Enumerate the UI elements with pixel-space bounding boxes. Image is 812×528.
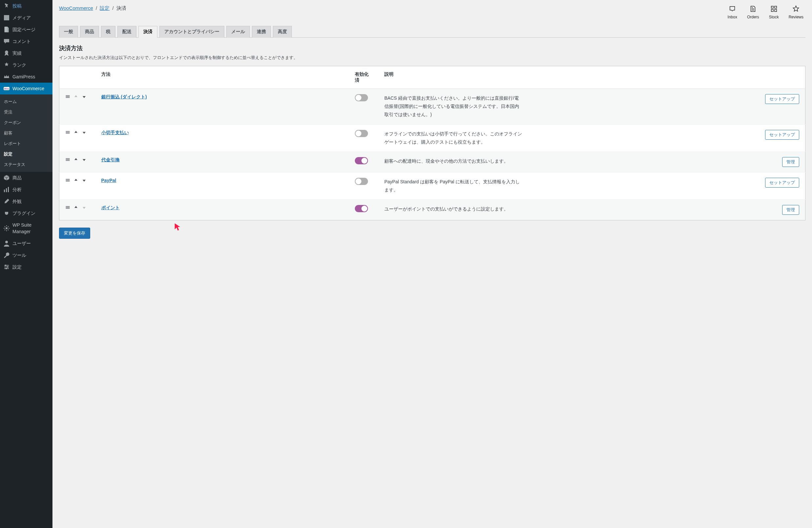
move-up-icon[interactable] bbox=[73, 157, 78, 163]
enabled-toggle-bacs[interactable] bbox=[355, 94, 368, 101]
submenu-item-settings[interactable]: 設定 bbox=[0, 149, 53, 159]
move-down-icon[interactable] bbox=[82, 157, 87, 163]
svg-point-6 bbox=[5, 227, 8, 229]
activity-label: Inbox bbox=[728, 15, 737, 19]
submenu-item-home[interactable]: ホーム bbox=[0, 97, 53, 107]
activity-label: Reviews bbox=[789, 15, 803, 19]
toggle-knob bbox=[356, 178, 361, 184]
sidebar-item-tools[interactable]: ツール bbox=[0, 249, 53, 261]
toggle-knob bbox=[361, 158, 367, 164]
sidebar-item-settings[interactable]: 設定 bbox=[0, 261, 53, 273]
move-up-icon[interactable] bbox=[73, 205, 78, 211]
payment-method-link-points[interactable]: ポイント bbox=[101, 205, 120, 210]
svg-point-10 bbox=[5, 268, 7, 269]
payment-description: ユーザーがポイントでの支払いができるように設定します。 bbox=[385, 205, 522, 213]
sidebar-item-plugins[interactable]: プラグイン bbox=[0, 207, 53, 219]
sidebar-item-gamipress[interactable]: GamiPress bbox=[0, 71, 53, 83]
payment-method-link-bacs[interactable]: 銀行振込 (ダイレクト) bbox=[101, 94, 147, 99]
sidebar-item-woocommerce[interactable]: WooWooCommerce bbox=[0, 83, 53, 94]
tab-accounts[interactable]: アカウントとプライバシー bbox=[159, 26, 224, 38]
tab-integration[interactable]: 連携 bbox=[252, 26, 271, 38]
section-description: インストールされた決済方法は以下のとおりで、フロントエンドでの表示順序を制御する… bbox=[59, 55, 806, 61]
sidebar-item-rank[interactable]: ランク bbox=[0, 59, 53, 71]
payment-description: PayPal Standard は顧客を PayPal に転送して、支払情報を入… bbox=[385, 178, 522, 194]
svg-rect-12 bbox=[774, 6, 776, 8]
submenu-item-coupons[interactable]: クーポン bbox=[0, 117, 53, 128]
svg-rect-4 bbox=[6, 188, 7, 192]
sidebar-item-pages[interactable]: 固定ページ bbox=[0, 24, 53, 35]
sidebar-item-products[interactable]: 商品 bbox=[0, 172, 53, 184]
wrench-icon bbox=[3, 252, 10, 259]
sidebar-item-achievements[interactable]: 実績 bbox=[0, 47, 53, 59]
breadcrumb-settings[interactable]: 設定 bbox=[100, 5, 110, 11]
setup-button-paypal[interactable]: セットアップ bbox=[765, 178, 799, 188]
activity-stock[interactable]: Stock bbox=[769, 5, 779, 19]
woocommerce-submenu: ホーム受注クーポン顧客レポート設定ステータス bbox=[0, 94, 53, 172]
move-up-icon[interactable] bbox=[73, 178, 78, 184]
woo-icon: Woo bbox=[3, 85, 10, 92]
move-up-icon[interactable] bbox=[73, 130, 78, 136]
move-down-icon[interactable] bbox=[82, 94, 87, 100]
svg-point-7 bbox=[5, 241, 8, 243]
table-row: 代金引換顧客への配達時に、現金やその他の方法でお支払いします。管理 bbox=[59, 151, 806, 172]
drag-handle-icon[interactable] bbox=[65, 157, 70, 163]
sidebar-item-users[interactable]: ユーザー bbox=[0, 237, 53, 249]
drag-handle-icon[interactable] bbox=[65, 178, 70, 184]
payment-method-link-cheque[interactable]: 小切手支払い bbox=[101, 130, 129, 135]
sidebar-item-analytics[interactable]: 分析 bbox=[0, 184, 53, 195]
svg-rect-14 bbox=[774, 10, 776, 12]
payment-method-link-cod[interactable]: 代金引換 bbox=[101, 157, 120, 162]
submenu-item-orders[interactable]: 受注 bbox=[0, 107, 53, 117]
gear-icon bbox=[3, 225, 10, 232]
move-down-icon[interactable] bbox=[82, 178, 87, 184]
submenu-item-reports[interactable]: レポート bbox=[0, 138, 53, 149]
user-icon bbox=[3, 240, 10, 247]
submenu-item-label: クーポン bbox=[4, 119, 21, 126]
sidebar-item-appearance[interactable]: 外観 bbox=[0, 195, 53, 207]
sidebar-item-wpsuite[interactable]: WP Suite Manager bbox=[0, 219, 53, 237]
current-menu-pointer-icon bbox=[53, 124, 55, 130]
tab-emails[interactable]: メール bbox=[226, 26, 250, 38]
box-icon bbox=[3, 175, 10, 181]
activity-inbox[interactable]: Inbox bbox=[728, 5, 737, 19]
tab-advanced[interactable]: 高度 bbox=[273, 26, 292, 38]
tab-general[interactable]: 一般 bbox=[59, 26, 78, 38]
enabled-toggle-points[interactable] bbox=[355, 205, 368, 212]
tab-shipping[interactable]: 配送 bbox=[117, 26, 136, 38]
svg-point-0 bbox=[5, 50, 8, 54]
svg-point-9 bbox=[7, 266, 8, 268]
media-icon bbox=[3, 14, 10, 21]
setup-button-bacs[interactable]: セットアップ bbox=[765, 94, 799, 104]
enabled-toggle-cheque[interactable] bbox=[355, 130, 368, 137]
tab-products[interactable]: 商品 bbox=[80, 26, 99, 38]
drag-handle-icon[interactable] bbox=[65, 94, 70, 100]
th-enabled: 有効化済 bbox=[349, 66, 378, 89]
activity-orders[interactable]: Orders bbox=[747, 5, 759, 19]
reviews-icon bbox=[792, 5, 799, 13]
move-down-icon[interactable] bbox=[82, 130, 87, 136]
move-up-icon bbox=[73, 94, 78, 100]
sidebar-item-posts[interactable]: 投稿 bbox=[0, 0, 53, 12]
sidebar-item-label: ユーザー bbox=[13, 240, 31, 247]
enabled-toggle-paypal[interactable] bbox=[355, 178, 368, 185]
setup-button-cheque[interactable]: セットアップ bbox=[765, 130, 799, 140]
stock-icon bbox=[770, 5, 778, 13]
tab-checkout[interactable]: 決済 bbox=[139, 26, 157, 38]
submenu-item-status[interactable]: ステータス bbox=[0, 159, 53, 170]
payment-method-link-paypal[interactable]: PayPal bbox=[101, 178, 116, 183]
tab-tax[interactable]: 税 bbox=[101, 26, 115, 38]
enabled-toggle-cod[interactable] bbox=[355, 157, 368, 164]
manage-button-cod[interactable]: 管理 bbox=[782, 157, 799, 167]
manage-button-points[interactable]: 管理 bbox=[782, 205, 799, 215]
activity-label: Stock bbox=[769, 15, 779, 19]
comment-icon bbox=[3, 38, 10, 45]
drag-handle-icon[interactable] bbox=[65, 130, 70, 136]
submenu-item-customers[interactable]: 顧客 bbox=[0, 128, 53, 138]
drag-handle-icon[interactable] bbox=[65, 205, 70, 211]
breadcrumb-woocommerce[interactable]: WooCommerce bbox=[59, 5, 93, 11]
save-button[interactable]: 変更を保存 bbox=[59, 228, 90, 239]
sidebar-item-comments[interactable]: コメント bbox=[0, 35, 53, 47]
activity-reviews[interactable]: Reviews bbox=[789, 5, 803, 19]
sidebar-item-label: 投稿 bbox=[13, 3, 21, 9]
sidebar-item-media[interactable]: メディア bbox=[0, 12, 53, 24]
